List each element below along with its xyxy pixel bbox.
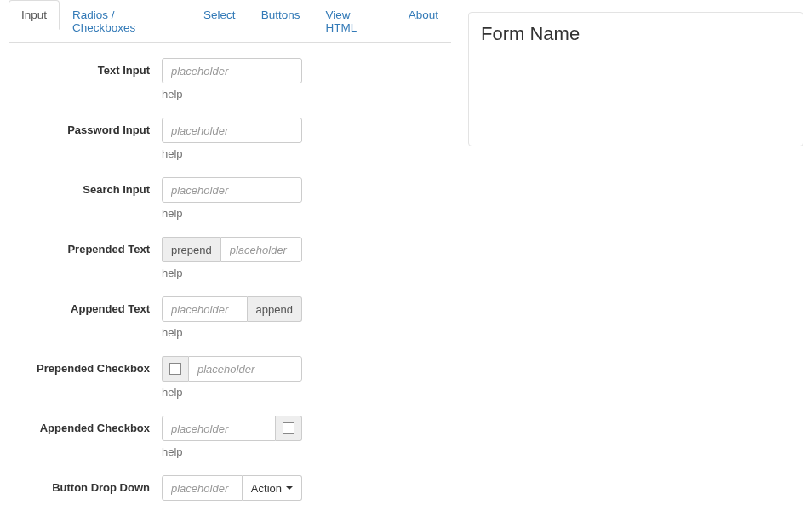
button-dropdown-input[interactable] [162,475,243,501]
text-input[interactable] [162,58,302,83]
form-title: Form Name [481,23,791,45]
search-input-help: help [162,207,302,220]
appended-text-label: Appended Text [9,296,162,339]
tab-view-html[interactable]: View HTML [312,0,395,43]
caret-down-icon [286,486,293,490]
prepend-addon: prepend [162,237,220,262]
form-preview-panel: Form Name [468,12,803,146]
append-checkbox-addon [276,416,302,441]
prepended-checkbox-label: Prepended Checkbox [9,356,162,399]
prepended-text-label: Prepended Text [9,237,162,279]
text-input-label: Text Input [9,58,162,100]
action-dropdown-button[interactable]: Action [243,475,302,501]
append-addon: append [248,296,302,322]
action-dropdown-label: Action [251,482,282,495]
prepended-checkbox-input[interactable] [188,356,302,382]
password-input-help: help [162,147,302,160]
appended-checkbox-help: help [162,445,302,458]
password-input[interactable] [162,118,302,143]
tab-input[interactable]: Input [9,0,60,30]
appended-text-help: help [162,326,302,339]
prepended-checkbox-help: help [162,386,302,399]
checkbox-icon[interactable] [283,422,294,434]
password-input-label: Password Input [9,118,162,160]
tab-buttons[interactable]: Buttons [249,0,313,30]
text-input-help: help [162,88,302,100]
tab-select[interactable]: Select [191,0,249,30]
checkbox-icon[interactable] [169,363,181,375]
tab-about[interactable]: About [396,0,451,30]
appended-checkbox-label: Appended Checkbox [9,416,162,458]
tabs: Input Radios / Checkboxes Select Buttons… [9,0,451,43]
prepended-text-help: help [162,267,302,279]
tab-radios-checkboxes[interactable]: Radios / Checkboxes [60,0,191,43]
prepend-checkbox-addon [162,356,188,382]
search-input[interactable] [162,177,302,203]
prepended-text-input[interactable] [220,237,302,262]
search-input-label: Search Input [9,177,162,220]
button-dropdown-label: Button Drop Down [9,475,162,501]
appended-text-input[interactable] [162,296,248,322]
appended-checkbox-input[interactable] [162,416,276,441]
